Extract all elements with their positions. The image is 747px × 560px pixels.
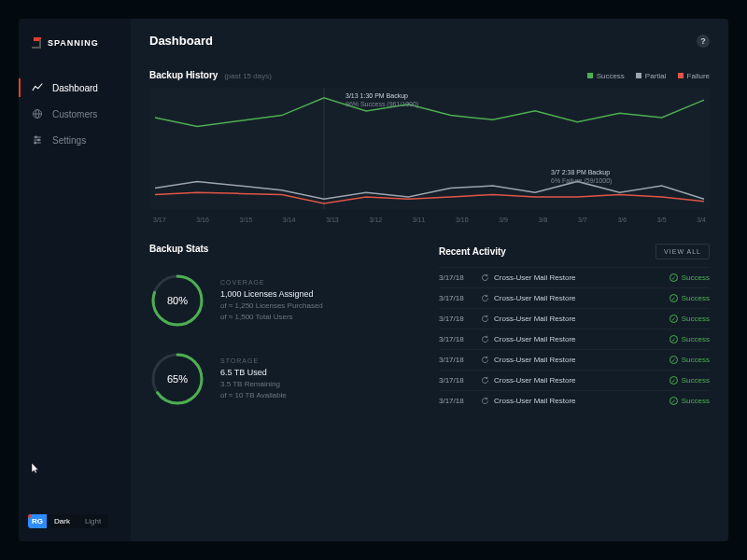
activity-status: ✓Success — [669, 376, 710, 385]
sidebar-item-dashboard[interactable]: Dashboard — [19, 75, 131, 101]
check-icon: ✓ — [669, 315, 678, 323]
x-tick: 3/15 — [240, 217, 253, 223]
x-tick: 3/8 — [539, 217, 548, 223]
donut-storage: 65% — [149, 351, 205, 407]
activity-desc: Cross-User Mail Restore — [481, 397, 669, 405]
activity-status: ✓Success — [669, 335, 710, 343]
recent-activity-section: Recent Activity VIEW ALL 3/17/18Cross-Us… — [439, 244, 710, 418]
x-tick: 3/9 — [499, 217, 508, 223]
check-icon: ✓ — [669, 335, 678, 343]
recent-activity-title: Recent Activity — [439, 246, 506, 257]
sidebar-item-customers[interactable]: Customers — [19, 101, 131, 127]
activity-row[interactable]: 3/17/18Cross-User Mail Restore✓Success — [439, 267, 710, 287]
globe-icon — [32, 108, 43, 119]
page-title: Dashboard — [149, 34, 213, 48]
logo-mark-icon — [32, 37, 43, 49]
x-tick: 3/14 — [283, 217, 296, 223]
activity-status: ✓Success — [669, 273, 710, 282]
activity-row[interactable]: 3/17/18Cross-User Mail Restore✓Success — [439, 287, 710, 308]
backup-history-title: Backup History — [149, 70, 218, 80]
backup-history-header: Backup History (past 15 days) SuccessPar… — [149, 70, 710, 80]
chart-x-axis: 3/173/163/153/143/133/123/113/103/93/83/… — [149, 215, 710, 225]
legend-item-partial: Partial — [636, 72, 667, 80]
sidebar-item-label: Customers — [52, 109, 97, 119]
sidebar-item-label: Settings — [52, 135, 86, 146]
theme-option-dark[interactable]: Dark — [47, 514, 78, 528]
activity-desc: Cross-User Mail Restore — [481, 356, 669, 364]
activity-desc: Cross-User Mail Restore — [481, 376, 669, 385]
activity-desc: Cross-User Mail Restore — [481, 273, 669, 282]
user-badge[interactable]: RG — [28, 514, 47, 528]
legend-dot-icon — [636, 73, 641, 78]
brand-text: SPANNING — [48, 38, 99, 48]
x-tick: 3/4 — [697, 217, 706, 223]
svg-point-8 — [35, 142, 36, 144]
x-tick: 3/7 — [578, 217, 587, 223]
activity-date: 3/17/18 — [439, 315, 481, 323]
activity-desc: Cross-User Mail Restore — [481, 294, 669, 302]
logo[interactable]: SPANNING — [19, 34, 131, 67]
backup-history-subtitle: (past 15 days) — [224, 72, 272, 80]
legend-dot-icon — [678, 73, 684, 78]
sidebar-item-settings[interactable]: Settings — [19, 127, 131, 153]
activity-date: 3/17/18 — [439, 356, 481, 364]
donut-label: 80% — [167, 295, 188, 306]
theme-option-light[interactable]: Light — [78, 514, 108, 528]
donut-label: 65% — [167, 373, 188, 385]
view-all-button[interactable]: VIEW ALL — [655, 244, 710, 259]
donut-coverage: 80% — [149, 273, 205, 329]
check-icon: ✓ — [669, 273, 678, 282]
activity-row[interactable]: 3/17/18Cross-User Mail Restore✓Success — [439, 370, 710, 390]
activity-date: 3/17/18 — [439, 397, 481, 405]
chart-legend: SuccessPartialFailure — [587, 72, 710, 80]
refresh-icon — [481, 397, 489, 405]
stat-coverage: 80%COVERAGE1,000 Licenses Assignedof ≈ 1… — [149, 261, 420, 340]
activity-status: ✓Success — [669, 315, 710, 323]
page-header: Dashboard ? — [149, 34, 710, 48]
check-icon: ✓ — [669, 376, 678, 385]
refresh-icon — [481, 315, 489, 323]
activity-date: 3/17/18 — [439, 273, 481, 282]
legend-item-success: Success — [587, 72, 625, 80]
refresh-icon — [481, 335, 489, 343]
activity-status: ✓Success — [669, 397, 710, 405]
check-icon: ✓ — [669, 294, 678, 302]
check-icon: ✓ — [669, 356, 678, 364]
x-tick: 3/5 — [657, 217, 667, 223]
help-icon[interactable]: ? — [697, 35, 710, 48]
main-content: Dashboard ? Backup History (past 15 days… — [131, 19, 728, 541]
chart-tooltip: 3/7 2:38 PM Backup6% Failure (59/1000) — [551, 168, 612, 185]
activity-row[interactable]: 3/17/18Cross-User Mail Restore✓Success — [439, 308, 710, 329]
x-tick: 3/10 — [456, 217, 469, 223]
chart-line-icon — [32, 82, 43, 93]
x-tick: 3/12 — [369, 217, 382, 223]
stat-text-storage: STORAGE6.5 TB Used3.5 TB Remainingof ≈ 1… — [220, 357, 287, 399]
activity-row[interactable]: 3/17/18Cross-User Mail Restore✓Success — [439, 349, 710, 370]
backup-history-chart[interactable]: 3/13 1:30 PM Backup96% Success (961/1000… — [149, 88, 710, 209]
chart-tooltip: 3/13 1:30 PM Backup96% Success (961/1000… — [345, 91, 418, 108]
activity-desc: Cross-User Mail Restore — [481, 335, 669, 343]
sidebar-nav: DashboardCustomersSettings — [19, 75, 131, 153]
refresh-icon — [481, 273, 489, 282]
activity-row[interactable]: 3/17/18Cross-User Mail Restore✓Success — [439, 329, 710, 349]
activity-row[interactable]: 3/17/18Cross-User Mail Restore✓Success — [439, 390, 710, 411]
backup-stats-title: Backup Stats — [149, 244, 420, 254]
activity-date: 3/17/18 — [439, 335, 481, 343]
activity-desc: Cross-User Mail Restore — [481, 315, 669, 323]
cursor-icon — [32, 463, 41, 476]
sidebar-item-label: Dashboard — [52, 83, 98, 93]
stat-storage: 65%STORAGE6.5 TB Used3.5 TB Remainingof … — [149, 340, 420, 418]
sliders-icon — [32, 134, 43, 146]
refresh-icon — [481, 376, 489, 385]
backup-stats-section: Backup Stats 80%COVERAGE1,000 Licenses A… — [149, 244, 420, 418]
stat-text-coverage: COVERAGE1,000 Licenses Assignedof ≈ 1,25… — [220, 279, 323, 321]
activity-status: ✓Success — [669, 294, 710, 302]
svg-point-6 — [35, 136, 37, 138]
activity-date: 3/17/18 — [439, 376, 481, 385]
legend-item-failure: Failure — [678, 72, 710, 80]
x-tick: 3/13 — [326, 217, 339, 223]
legend-dot-icon — [587, 73, 593, 78]
activity-date: 3/17/18 — [439, 294, 481, 302]
x-tick: 3/17 — [153, 217, 166, 223]
x-tick: 3/11 — [413, 217, 426, 223]
